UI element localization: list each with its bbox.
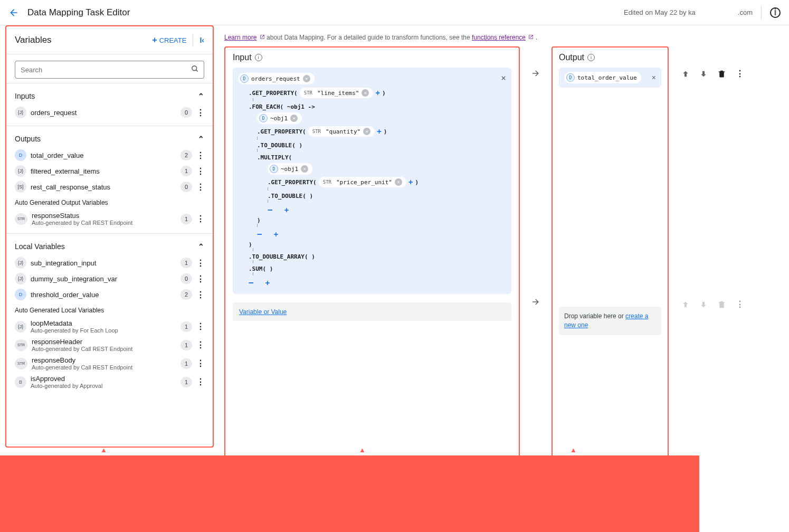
- remove-icon[interactable]: ×: [301, 165, 308, 173]
- more-vert-icon[interactable]: ⋮: [736, 299, 744, 309]
- auto-local-header: Auto Generated Local Variables: [6, 302, 213, 317]
- obj-chip[interactable]: D~obj1 ×: [268, 163, 312, 175]
- more-vert-icon[interactable]: ⋮: [196, 214, 204, 224]
- annotation-bar: ▲ ▲ ▲: [0, 455, 699, 532]
- close-icon[interactable]: ×: [652, 73, 656, 82]
- up-arrow-icon: ▲: [100, 446, 107, 454]
- more-vert-icon[interactable]: ⋮: [196, 321, 204, 331]
- info-icon[interactable]: i: [255, 54, 262, 61]
- more-vert-icon[interactable]: ⋮: [196, 377, 204, 387]
- variable-row[interactable]: {J} dummy_sub_integration_var 0 ⋮: [6, 271, 213, 287]
- variable-row[interactable]: {J} loopMetadata Auto-generated by For E…: [6, 317, 213, 336]
- search-input[interactable]: [15, 61, 204, 79]
- string-param-chip[interactable]: STR "price_per_unit" ×: [319, 177, 406, 187]
- more-vert-icon[interactable]: ⋮: [196, 358, 204, 368]
- more-vert-icon[interactable]: ⋮: [196, 166, 204, 176]
- search-icon: [191, 65, 199, 73]
- type-chip-json: {J}: [15, 107, 26, 118]
- move-down-icon[interactable]: [699, 70, 708, 78]
- delete-icon[interactable]: [717, 69, 726, 78]
- more-vert-icon[interactable]: ⋮: [736, 69, 744, 79]
- arrow-right-icon: [531, 297, 540, 307]
- remove-fn-icon[interactable]: −: [249, 278, 254, 288]
- chevron-up-icon: ⌃: [198, 242, 204, 251]
- variable-row[interactable]: D threshold_order_value 2 ⋮: [6, 287, 213, 302]
- info-line: Learn more about Data Mapping. For a det…: [224, 34, 778, 41]
- more-vert-icon[interactable]: ⋮: [196, 274, 204, 284]
- divider: [761, 5, 762, 20]
- remove-icon[interactable]: ×: [362, 89, 369, 97]
- variable-row[interactable]: STR responseBody Auto-generated by Call …: [6, 354, 213, 373]
- remove-fn-icon[interactable]: −: [257, 229, 262, 239]
- arrow-right-icon: [531, 69, 540, 78]
- add-param-icon[interactable]: +: [377, 127, 381, 136]
- learn-more-link[interactable]: Learn more: [224, 34, 256, 41]
- variable-row[interactable]: {J} sub_integration_input 1 ⋮: [6, 255, 213, 271]
- move-up-icon[interactable]: [681, 70, 690, 78]
- variable-chip[interactable]: D total_order_value: [564, 72, 641, 83]
- variable-row[interactable]: D total_order_value 2 ⋮: [6, 147, 213, 163]
- outputs-section-header[interactable]: Outputs ⌃: [6, 129, 213, 147]
- variable-chip[interactable]: D orders_request ×: [238, 73, 315, 84]
- local-section-header[interactable]: Local Variables ⌃: [6, 237, 213, 255]
- up-arrow-icon: ▲: [570, 446, 577, 454]
- info-icon[interactable]: i: [770, 7, 781, 18]
- remove-icon[interactable]: ×: [395, 178, 402, 186]
- move-up-icon[interactable]: [681, 300, 690, 309]
- chevron-up-icon: ⌃: [198, 135, 204, 143]
- svg-point-0: [192, 66, 197, 71]
- mapping-expression[interactable]: × D orders_request × .GET_PROPERTY( STR …: [233, 68, 511, 294]
- create-button[interactable]: + CREATE: [152, 35, 186, 45]
- output-title: Output: [559, 53, 584, 62]
- string-param-chip[interactable]: STR "quantity" ×: [308, 126, 375, 137]
- more-vert-icon[interactable]: ⋮: [196, 182, 204, 192]
- variable-row[interactable]: STR responseHeader Auto-generated by Cal…: [6, 336, 213, 354]
- string-param-chip[interactable]: STR "line_items" ×: [300, 88, 374, 98]
- variable-row[interactable]: {J} filtered_external_items 1 ⋮: [6, 163, 213, 179]
- move-down-icon[interactable]: [699, 300, 708, 309]
- variable-row[interactable]: {J} orders_request 0 ⋮: [6, 104, 213, 120]
- page-title: Data Mapping Task Editor: [27, 7, 130, 18]
- variable-row[interactable]: STR responseStatus Auto-generated by Cal…: [6, 210, 213, 228]
- add-param-icon[interactable]: +: [375, 89, 379, 97]
- up-arrow-icon: ▲: [359, 446, 366, 454]
- add-fn-icon[interactable]: +: [274, 230, 278, 239]
- add-param-icon[interactable]: +: [408, 178, 413, 186]
- auto-output-header: Auto Generated Output Variables: [6, 195, 213, 210]
- output-drop-zone[interactable]: Drop variable here or create a new one: [559, 307, 661, 335]
- obj-chip[interactable]: D~obj1 ×: [257, 112, 302, 124]
- functions-reference-link[interactable]: functions reference: [472, 34, 526, 41]
- output-panel: Output i D total_order_value × Drop vari…: [552, 46, 669, 463]
- close-icon[interactable]: ×: [501, 73, 506, 83]
- variables-panel: Variables + CREATE I‹ Inputs ⌃ {J} order…: [5, 25, 214, 448]
- variables-heading: Variables: [15, 35, 52, 45]
- remove-icon[interactable]: ×: [303, 75, 310, 82]
- type-chip-double: D: [15, 149, 26, 161]
- input-drop-zone[interactable]: Variable or Value: [233, 302, 511, 321]
- inputs-section-header[interactable]: Inputs ⌃: [6, 87, 213, 104]
- remove-icon[interactable]: ×: [363, 128, 370, 135]
- edited-by-text: Edited on May 22 by ka.com: [624, 8, 753, 16]
- usage-count-badge: 0: [180, 107, 192, 118]
- collapse-panel-icon[interactable]: I‹: [199, 36, 204, 44]
- chevron-up-icon: ⌃: [198, 92, 204, 100]
- info-icon[interactable]: i: [587, 54, 595, 61]
- more-vert-icon[interactable]: ⋮: [196, 290, 204, 300]
- variable-row[interactable]: [S] rest_call_response_status 0 ⋮: [6, 179, 213, 195]
- add-fn-icon[interactable]: +: [265, 279, 270, 287]
- add-fn-icon[interactable]: +: [284, 206, 289, 214]
- more-vert-icon[interactable]: ⋮: [196, 150, 204, 160]
- delete-icon[interactable]: [717, 300, 726, 309]
- more-vert-icon[interactable]: ⋮: [196, 258, 204, 268]
- variable-row[interactable]: B isApproved Auto-generated by Approval …: [6, 373, 213, 391]
- svg-line-1: [196, 70, 197, 71]
- more-vert-icon[interactable]: ⋮: [196, 340, 204, 350]
- more-vert-icon[interactable]: ⋮: [196, 108, 204, 118]
- input-panel: Input i × D orders_request × .GET_PROPER…: [224, 46, 520, 463]
- remove-fn-icon[interactable]: −: [268, 205, 273, 215]
- output-variable-chip-row: D total_order_value ×: [559, 68, 661, 88]
- input-title: Input: [233, 53, 252, 62]
- remove-icon[interactable]: ×: [290, 115, 298, 122]
- back-arrow-icon[interactable]: [8, 7, 19, 18]
